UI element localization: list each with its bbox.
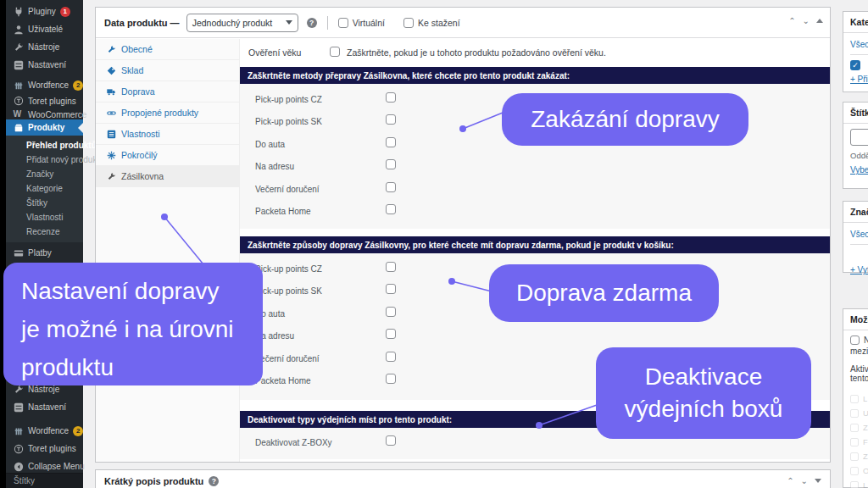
option-checkbox[interactable] (850, 467, 859, 475)
product-data-header: Data produktu — Jednoduchý produkt ? Vir… (96, 8, 830, 38)
sidebar-item-label: Toret plugins (28, 97, 76, 106)
sidebar-item-label: WooCommerce (28, 110, 86, 119)
shipping-method-checkbox[interactable] (386, 114, 396, 125)
shipping-method-checkbox[interactable] (386, 159, 396, 169)
downloadable-checkbox[interactable] (403, 18, 414, 28)
toggle-panel-icon[interactable] (816, 19, 823, 23)
annotation-shipping-note: Nastavení dopravy je možné i na úrovni p… (3, 263, 263, 385)
move-up-icon[interactable]: ⌃ (788, 16, 795, 25)
sidebar-item-toret-plugins-2[interactable]: Toret plugins (6, 440, 83, 458)
add-category-link[interactable]: + Přid (850, 75, 868, 84)
shipping-method-checkbox[interactable] (386, 92, 396, 103)
brands-all-tab[interactable]: Všech (850, 228, 868, 245)
tab-label: Vlastnosti (121, 129, 160, 139)
tab-propojene-produkty[interactable]: Propojené produkty (96, 103, 239, 124)
sidebar-item-pluginy[interactable]: Pluginy 1 (6, 3, 83, 20)
sidebar-item-nastaveni-2[interactable]: Nastavení (6, 398, 83, 416)
option-item-label: F (863, 437, 868, 446)
option-checkbox[interactable] (850, 438, 859, 446)
submenu-item-kategorie[interactable]: Kategorie (6, 181, 83, 196)
option-checkbox[interactable] (850, 452, 859, 461)
option-item-row[interactable]: Z (850, 449, 868, 463)
submenu-item-znacky[interactable]: Značky (6, 167, 83, 181)
submenu-item-stitky[interactable]: Štítky (6, 196, 83, 210)
help-icon[interactable]: ? (209, 476, 219, 486)
sidebar-item-label: Pluginy (28, 7, 56, 16)
toret-icon (13, 96, 24, 107)
shipping-method-checkbox[interactable] (386, 307, 396, 317)
shipping-method-checkbox[interactable] (386, 182, 396, 192)
screenshot-stage: Pluginy 1 Uživatelé Nástroje Nastavení W… (0, 0, 868, 488)
option-item-row[interactable]: L (850, 478, 868, 488)
sidebar-item-produkty-active[interactable]: Produkty (6, 119, 83, 136)
choose-tags-link[interactable]: Vybert (850, 165, 868, 175)
shipping-method-checkbox[interactable] (386, 204, 396, 214)
sidebar-item-wordfence[interactable]: Wordfence 2 (6, 76, 83, 94)
option-item-row[interactable]: L (850, 391, 868, 406)
option-item-row[interactable]: O (850, 463, 868, 478)
shipping-method-checkbox[interactable] (386, 262, 396, 272)
option-item-row[interactable]: U (850, 406, 868, 420)
sidebar-item-wordfence-2[interactable]: Wordfence 2 (6, 422, 83, 440)
tab-sklad[interactable]: Sklad (96, 60, 239, 81)
shipping-method-checkbox[interactable] (386, 352, 396, 362)
option-checkbox[interactable] (850, 395, 859, 403)
sidebar-item-nastroje[interactable]: Nástroje (6, 38, 83, 56)
option-checkbox[interactable] (850, 481, 859, 488)
brands-panel-title: Značk (843, 202, 868, 223)
option-item-label: L (863, 394, 867, 403)
annotation-text: Doprava zdarma (516, 280, 692, 307)
shipping-method-checkbox[interactable] (386, 284, 396, 294)
wp-admin-sidebar: Pluginy 1 Uživatelé Nástroje Nastavení W… (6, 0, 83, 488)
tab-obecne[interactable]: Obecné (96, 39, 239, 60)
categories-panel-title: Kateg (843, 12, 868, 33)
tab-pokrocily[interactable]: Pokročilý (96, 145, 239, 166)
sidebar-item-nastaveni[interactable]: Nastavení (6, 56, 83, 74)
create-brand-link[interactable]: + Vytv (850, 265, 868, 274)
submenu-item-pridat-novy-produkt[interactable]: Přidat nový produkt (6, 152, 83, 167)
section-header-disable-shipping: Zaškrtněte metody přepravy Zásilkovna, k… (240, 67, 830, 84)
shipping-method-label: Pick-up points CZ (255, 264, 322, 274)
short-description-panel: Krátký popis produktu ? ⌃ ⌄ (95, 469, 831, 488)
help-icon[interactable]: ? (307, 18, 317, 28)
tab-vlastnosti[interactable]: Vlastnosti (96, 124, 239, 145)
product-type-value: Jednoduchý produkt (192, 18, 273, 28)
categories-all-tab[interactable]: Všech (850, 38, 868, 55)
disable-zbox-checkbox[interactable] (386, 435, 396, 446)
shipping-method-checkbox[interactable] (386, 374, 396, 384)
sidebar-item-toret-plugins[interactable]: Toret plugins (6, 94, 83, 108)
shipping-method-label: Do auta (255, 140, 285, 149)
sidebar-item-platby[interactable]: Platby (6, 244, 83, 262)
submenu-item-prehled-produktu[interactable]: Přehled produktů (6, 138, 83, 152)
submenu-item-vlastnosti[interactable]: Vlastnosti (6, 210, 83, 225)
tags-input[interactable] (850, 129, 868, 146)
move-down-icon[interactable]: ⌄ (801, 476, 808, 485)
tags-hint: Odděl (850, 151, 868, 160)
annotation-text: je možné i na úrovni (21, 310, 263, 348)
sidebar-item-uzivatele[interactable]: Uživatelé (6, 20, 83, 38)
option-item-row[interactable]: F (850, 435, 868, 449)
virtual-checkbox[interactable] (338, 18, 348, 28)
sidebar-item-label: Nastavení (28, 402, 66, 412)
downloadable-checkbox-row[interactable]: Ke stažení (403, 18, 460, 28)
move-down-icon[interactable]: ⌄ (803, 16, 810, 25)
option-checkbox[interactable] (850, 409, 859, 418)
tab-doprava[interactable]: Doprava (96, 81, 239, 103)
shipping-method-checkbox[interactable] (386, 329, 396, 339)
options-checkbox[interactable] (850, 336, 860, 345)
toggle-panel-icon[interactable] (815, 479, 821, 483)
sidebar-item-label: Toret plugins (28, 444, 76, 453)
chevron-down-icon (286, 20, 292, 25)
virtual-checkbox-row[interactable]: Virtuální (338, 18, 385, 28)
tab-zasilkovna[interactable]: Zásilkovna (96, 166, 239, 187)
option-checkbox[interactable] (850, 424, 859, 432)
category-checkbox-checked[interactable]: ✓ (850, 60, 860, 70)
link-icon (106, 108, 116, 118)
age-verification-checkbox[interactable] (330, 47, 340, 57)
option-item-row[interactable]: Z (850, 420, 868, 435)
shipping-method-checkbox[interactable] (386, 137, 396, 147)
options-checkbox-label: N (864, 336, 868, 345)
submenu-item-recenze[interactable]: Recenze (6, 225, 83, 239)
product-type-select[interactable]: Jednoduchý produkt (186, 14, 298, 32)
move-up-icon[interactable]: ⌃ (787, 476, 793, 485)
